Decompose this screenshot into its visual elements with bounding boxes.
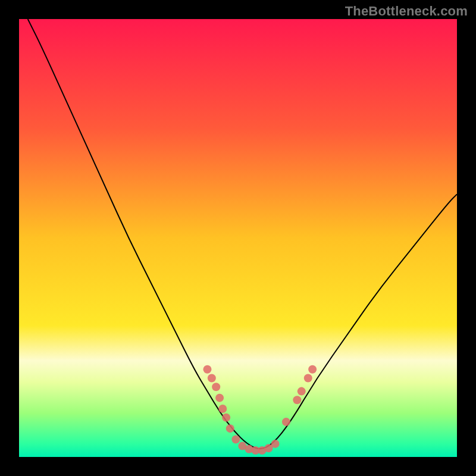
marker-dot (203, 365, 211, 374)
marker-dot (218, 405, 227, 413)
marker-dot (304, 374, 312, 383)
marker-dot (308, 365, 317, 374)
gradient-background (19, 19, 457, 457)
marker-dot (222, 414, 230, 422)
chart-svg (19, 19, 457, 457)
marker-dot (282, 418, 290, 426)
marker-dot (212, 383, 220, 391)
marker-dot (298, 387, 306, 396)
marker-dot (208, 374, 216, 383)
plot-area (19, 19, 457, 457)
marker-dot (231, 436, 240, 444)
marker-dot (293, 396, 301, 404)
chart-frame: TheBottleneck.com (0, 0, 476, 476)
marker-dot (226, 424, 234, 433)
attribution-text: TheBottleneck.com (345, 4, 468, 19)
marker-dot (215, 394, 224, 402)
marker-dot (271, 440, 280, 448)
